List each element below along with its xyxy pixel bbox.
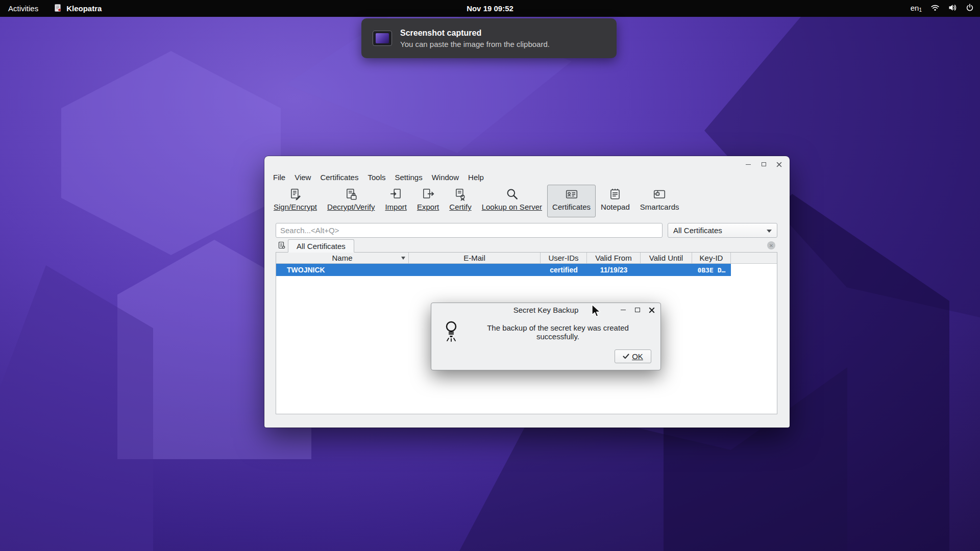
close-icon[interactable] bbox=[648, 306, 655, 314]
notification-banner[interactable]: Screenshot captured You can paste the im… bbox=[361, 18, 617, 58]
menu-tools[interactable]: Tools bbox=[363, 171, 390, 183]
toolbar-button-certify[interactable]: Certify bbox=[444, 185, 476, 217]
volume-icon[interactable] bbox=[948, 4, 957, 13]
ok-button[interactable]: OK bbox=[615, 349, 651, 363]
tab-label: All Certificates bbox=[297, 242, 346, 251]
sign-encrypt-icon bbox=[289, 188, 302, 201]
toolbar-button-decrypt-verify[interactable]: Decrypt/Verify bbox=[322, 185, 380, 217]
ok-button-label: OK bbox=[632, 352, 643, 361]
keyboard-layout-index: 1 bbox=[919, 8, 922, 13]
certificates-icon bbox=[565, 188, 578, 201]
desktop: Activities Kleopatra Nov 19 09:52 en 1 bbox=[0, 0, 980, 551]
tab-list-icon[interactable] bbox=[276, 240, 288, 251]
wifi-icon[interactable] bbox=[930, 4, 940, 13]
maximize-icon[interactable] bbox=[633, 306, 641, 314]
kleopatra-app-icon bbox=[54, 4, 62, 14]
toolbar-button-sign-encrypt[interactable]: Sign/Encrypt bbox=[268, 185, 322, 217]
clock-container: Nov 19 09:52 bbox=[0, 4, 980, 13]
certify-icon bbox=[454, 188, 467, 201]
column-header-name[interactable]: Name bbox=[276, 253, 409, 263]
screenshot-icon bbox=[373, 31, 392, 46]
toolbar-button-import[interactable]: Import bbox=[380, 185, 412, 217]
smartcards-icon bbox=[653, 188, 666, 201]
close-icon[interactable] bbox=[775, 161, 782, 168]
toolbar-button-smartcards[interactable]: Smartcards bbox=[635, 185, 684, 217]
window-titlebar[interactable] bbox=[264, 156, 790, 171]
search-input[interactable] bbox=[276, 223, 663, 238]
sort-descending-icon bbox=[401, 257, 405, 260]
toolbar-label: Decrypt/Verify bbox=[327, 203, 375, 211]
column-header-key-id[interactable]: Key-ID bbox=[692, 253, 731, 263]
power-icon[interactable] bbox=[966, 4, 974, 13]
toolbar-button-notepad[interactable]: Notepad bbox=[596, 185, 635, 217]
column-label: E-Mail bbox=[463, 254, 485, 262]
column-header-user-ids[interactable]: User-IDs bbox=[541, 253, 587, 263]
dialog-message: The backup of the secret key was created… bbox=[465, 323, 650, 341]
toolbar-label: Certificates bbox=[552, 203, 591, 211]
certificate-filter-dropdown[interactable]: All Certificates bbox=[668, 223, 777, 238]
clock[interactable]: Nov 19 09:52 bbox=[467, 4, 513, 13]
toolbar: Sign/Encrypt Decrypt/Verify bbox=[268, 185, 684, 217]
column-label: User-IDs bbox=[548, 254, 578, 262]
focused-app-menu[interactable]: Kleopatra bbox=[46, 0, 109, 17]
notepad-icon bbox=[608, 188, 622, 201]
menu-file[interactable]: File bbox=[268, 171, 290, 183]
decrypt-verify-icon bbox=[345, 188, 358, 201]
notification-text: Screenshot captured You can paste the im… bbox=[400, 29, 550, 48]
tab-close-icon[interactable]: ✕ bbox=[767, 241, 775, 249]
secret-key-backup-dialog: Secret Key Backup The backup of the secr… bbox=[431, 303, 661, 370]
menu-window[interactable]: Window bbox=[427, 171, 463, 183]
check-icon bbox=[623, 352, 629, 361]
column-header-email[interactable]: E-Mail bbox=[409, 253, 541, 263]
toolbar-label: Certify bbox=[449, 203, 471, 211]
toolbar-label: Smartcards bbox=[640, 203, 679, 211]
focused-app-name: Kleopatra bbox=[66, 4, 102, 13]
keyboard-layout-indicator[interactable]: en 1 bbox=[911, 4, 922, 13]
toolbar-button-certificates[interactable]: Certificates bbox=[547, 185, 596, 217]
table-row[interactable]: TWOJNICK certified 11/19/23 0B3E D… bbox=[276, 264, 731, 276]
toolbar-label: Lookup on Server bbox=[482, 203, 542, 211]
table-header: Name E-Mail User-IDs Valid From Valid Un… bbox=[276, 253, 777, 264]
column-header-filler bbox=[731, 253, 777, 263]
cell-valid-from: 11/19/23 bbox=[587, 264, 641, 276]
menu-certificates[interactable]: Certificates bbox=[315, 171, 363, 183]
dialog-title: Secret Key Backup bbox=[513, 306, 579, 314]
cell-email bbox=[409, 264, 541, 276]
lookup-on-server-icon bbox=[505, 188, 519, 201]
column-label: Valid Until bbox=[649, 254, 683, 262]
tab-all-certificates[interactable]: All Certificates bbox=[288, 239, 354, 253]
column-label: Key-ID bbox=[700, 254, 723, 262]
dialog-window-controls bbox=[619, 303, 655, 317]
minimize-icon[interactable] bbox=[745, 161, 752, 168]
menu-settings[interactable]: Settings bbox=[390, 171, 427, 183]
menu-view[interactable]: View bbox=[290, 171, 315, 183]
maximize-icon[interactable] bbox=[760, 161, 767, 168]
lightbulb-icon bbox=[444, 320, 458, 344]
system-status-area[interactable]: en 1 bbox=[911, 0, 974, 17]
cell-user-ids: certified bbox=[541, 264, 587, 276]
cell-valid-until bbox=[641, 264, 692, 276]
column-label: Valid From bbox=[595, 254, 631, 262]
export-icon bbox=[422, 188, 435, 201]
column-header-valid-from[interactable]: Valid From bbox=[587, 253, 641, 263]
menu-bar: File View Certificates Tools Settings Wi… bbox=[268, 170, 786, 184]
minimize-icon[interactable] bbox=[619, 306, 627, 314]
cell-key-id: 0B3E D… bbox=[692, 264, 731, 276]
column-label: Name bbox=[332, 254, 352, 262]
toolbar-label: Import bbox=[385, 203, 407, 211]
tab-bar: All Certificates ✕ bbox=[276, 239, 777, 253]
notification-title: Screenshot captured bbox=[400, 29, 550, 38]
notification-body: You can paste the image from the clipboa… bbox=[400, 40, 550, 48]
filter-row: All Certificates bbox=[276, 223, 777, 238]
gnome-top-bar: Activities Kleopatra Nov 19 09:52 en 1 bbox=[0, 0, 980, 17]
import-icon bbox=[389, 188, 403, 201]
toolbar-label: Export bbox=[417, 203, 439, 211]
activities-button[interactable]: Activities bbox=[0, 0, 46, 17]
toolbar-button-lookup-on-server[interactable]: Lookup on Server bbox=[477, 185, 547, 217]
dialog-body: The backup of the secret key was created… bbox=[431, 317, 660, 344]
kleopatra-window: File View Certificates Tools Settings Wi… bbox=[264, 156, 790, 428]
column-header-valid-until[interactable]: Valid Until bbox=[641, 253, 692, 263]
dialog-titlebar[interactable]: Secret Key Backup bbox=[431, 303, 660, 317]
toolbar-button-export[interactable]: Export bbox=[412, 185, 444, 217]
menu-help[interactable]: Help bbox=[463, 171, 488, 183]
